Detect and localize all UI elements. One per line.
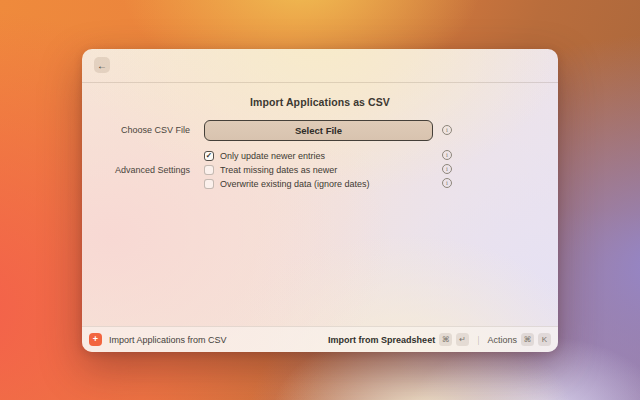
checkbox[interactable]: ✓ — [204, 151, 214, 161]
checkbox-row-overwrite-existing[interactable]: ✓ Overwrite existing data (ignore dates) — [204, 178, 370, 190]
select-file-button[interactable]: Select File — [204, 120, 433, 141]
info-icon[interactable]: i — [442, 125, 452, 135]
info-icon[interactable]: i — [442, 178, 452, 188]
checkbox-row-treat-missing-dates[interactable]: ✓ Treat missing dates as newer — [204, 164, 337, 176]
advanced-settings-label: Advanced Settings — [82, 164, 190, 176]
checkbox-label: Overwrite existing data (ignore dates) — [220, 179, 370, 189]
return-key-icon: ↵ — [456, 333, 469, 346]
footer-actions: Import from Spreadsheet ⌘ ↵ | Actions ⌘ … — [328, 333, 551, 346]
cmd-key-icon: ⌘ — [439, 333, 452, 346]
checkbox-label: Treat missing dates as newer — [220, 165, 337, 175]
action-bar: + Import Applications from CSV Import fr… — [82, 326, 558, 352]
checkbox[interactable]: ✓ — [204, 179, 214, 189]
checkbox-label: Only update newer entries — [220, 151, 325, 161]
footer-divider: | — [477, 335, 479, 345]
check-icon: ✓ — [206, 152, 212, 160]
checkbox[interactable]: ✓ — [204, 165, 214, 175]
file-field-label: Choose CSV File — [82, 120, 190, 141]
cmd-key-icon: ⌘ — [521, 333, 534, 346]
actions-menu-button[interactable]: Actions — [487, 335, 517, 345]
plus-icon: + — [89, 333, 102, 346]
info-glyph: i — [446, 152, 448, 159]
back-arrow-icon: ← — [97, 60, 107, 71]
info-glyph: i — [446, 180, 448, 187]
window-header: ← — [82, 49, 558, 83]
back-button[interactable]: ← — [94, 57, 110, 73]
info-icon[interactable]: i — [442, 164, 452, 174]
info-glyph: i — [446, 127, 448, 134]
app-window: ← Import Applications as CSV Choose CSV … — [82, 49, 558, 352]
info-glyph: i — [446, 166, 448, 173]
info-icon[interactable]: i — [442, 150, 452, 160]
primary-action-button[interactable]: Import from Spreadsheet — [328, 335, 435, 345]
command-title: Import Applications from CSV — [109, 335, 227, 345]
k-key-icon: K — [538, 333, 551, 346]
checkbox-row-only-update-newer[interactable]: ✓ Only update newer entries — [204, 150, 325, 162]
page-title: Import Applications as CSV — [82, 96, 558, 108]
plus-glyph: + — [93, 335, 98, 344]
